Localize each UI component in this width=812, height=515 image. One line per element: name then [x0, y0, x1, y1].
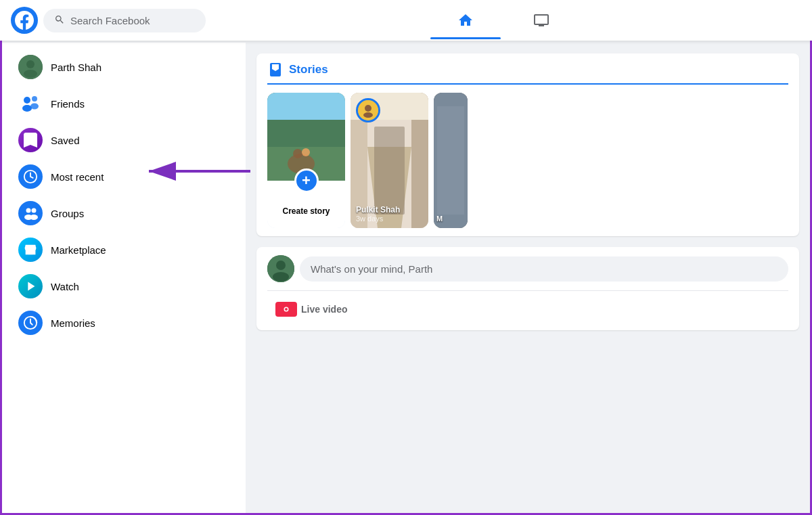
- search-icon: [54, 14, 65, 27]
- marketplace-icon: [18, 238, 43, 262]
- live-video-icon: [275, 302, 297, 317]
- story-card-1[interactable]: Pulkit Shah 3w days: [351, 93, 428, 228]
- story-overflow-label: M: [436, 215, 465, 223]
- sidebar-most-recent-label: Most recent: [51, 171, 104, 183]
- svg-rect-28: [374, 127, 405, 215]
- search-placeholder: Search Facebook: [70, 15, 150, 26]
- composer-actions: Live video: [267, 296, 788, 322]
- story-time: 3w days: [356, 215, 423, 223]
- header: Search Facebook: [0, 0, 812, 41]
- watch-icon: [18, 274, 43, 298]
- search-bar[interactable]: Search Facebook: [43, 9, 206, 32]
- create-story-card[interactable]: + Create story: [267, 93, 345, 228]
- header-nav: [206, 7, 801, 34]
- create-story-plus-icon: +: [294, 169, 319, 193]
- svg-point-21: [293, 149, 302, 158]
- svg-point-4: [24, 97, 30, 104]
- sidebar-item-watch[interactable]: Watch: [7, 269, 240, 304]
- story-avatar-1: [356, 98, 380, 122]
- sidebar-item-user[interactable]: Parth Shah: [7, 49, 240, 85]
- sidebar-groups-label: Groups: [51, 208, 84, 219]
- sidebar-item-friends[interactable]: Friends: [7, 86, 240, 121]
- create-story-bg: +: [267, 93, 345, 181]
- svg-point-10: [32, 208, 37, 213]
- main-layout: Parth Shah Friends: [2, 2, 810, 515]
- svg-point-31: [363, 112, 373, 118]
- stories-grid: + Create story: [267, 93, 788, 228]
- create-story-label: Create story: [282, 206, 330, 216]
- watch-nav-button[interactable]: [506, 7, 577, 34]
- sidebar-item-most-recent[interactable]: Most recent: [7, 159, 240, 194]
- sidebar-saved-label: Saved: [51, 135, 80, 146]
- composer-input[interactable]: What's on your mind, Parth: [300, 256, 788, 282]
- svg-rect-3: [18, 91, 43, 116]
- left-sidebar: Parth Shah Friends: [2, 43, 246, 515]
- stories-header: Stories: [267, 62, 788, 85]
- svg-point-2: [24, 70, 37, 78]
- svg-point-5: [22, 105, 32, 112]
- live-video-label: Live video: [301, 304, 347, 315]
- svg-marker-14: [28, 282, 35, 291]
- home-nav-button[interactable]: [430, 7, 501, 34]
- memories-icon: [18, 311, 43, 335]
- svg-point-35: [276, 261, 286, 270]
- user-avatar: [18, 55, 43, 79]
- saved-icon: [18, 128, 43, 152]
- svg-point-30: [365, 105, 371, 112]
- groups-icon: [18, 201, 43, 225]
- sidebar-item-groups[interactable]: Groups: [7, 196, 240, 231]
- sidebar-item-memories[interactable]: Memories: [7, 305, 240, 340]
- svg-rect-13: [28, 251, 32, 255]
- post-composer: What's on your mind, Parth Live video: [256, 247, 799, 330]
- composer-divider: [267, 290, 788, 291]
- story-name-overlay-1: Pulkit Shah 3w days: [356, 205, 423, 223]
- live-video-button[interactable]: Live video: [267, 296, 355, 322]
- svg-point-12: [30, 215, 38, 220]
- main-content: Stories: [246, 43, 810, 515]
- svg-point-38: [285, 308, 288, 311]
- svg-point-7: [30, 104, 39, 110]
- friends-icon: [18, 91, 43, 116]
- composer-row: What's on your mind, Parth: [267, 255, 788, 282]
- facebook-logo[interactable]: [11, 7, 38, 34]
- sidebar-friends-label: Friends: [51, 98, 85, 110]
- sidebar-marketplace-label: Marketplace: [51, 244, 106, 256]
- sidebar-item-marketplace[interactable]: Marketplace: [7, 232, 240, 267]
- user-name-label: Parth Shah: [51, 62, 102, 73]
- story-person-name: Pulkit Shah: [356, 205, 423, 215]
- svg-point-36: [273, 272, 289, 282]
- composer-avatar: [267, 255, 294, 282]
- stories-title: Stories: [289, 63, 328, 76]
- sidebar-watch-label: Watch: [51, 281, 79, 292]
- svg-point-1: [26, 60, 35, 68]
- most-recent-icon: [18, 164, 43, 189]
- svg-point-22: [302, 148, 310, 156]
- sidebar-memories-label: Memories: [51, 317, 95, 329]
- story-card-2[interactable]: M: [434, 93, 468, 228]
- svg-point-9: [26, 208, 31, 213]
- composer-placeholder: What's on your mind, Parth: [311, 263, 432, 275]
- stories-card: Stories: [256, 53, 799, 236]
- svg-point-6: [32, 96, 37, 102]
- stories-book-icon: [267, 62, 284, 78]
- svg-rect-33: [437, 106, 464, 215]
- sidebar-item-saved[interactable]: Saved: [7, 122, 240, 158]
